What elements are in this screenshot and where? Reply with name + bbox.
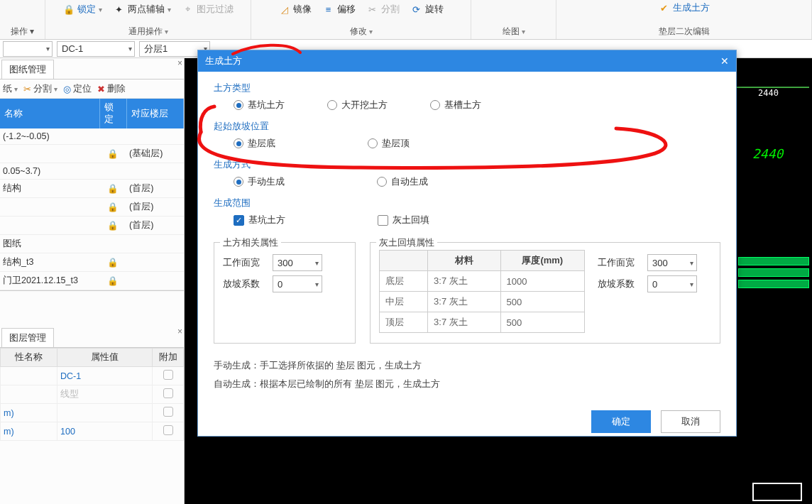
left-panel: × 图纸管理 纸▾ ✂分割▾ ◎定位 ✖删除 名称 锁定 对应楼层 (-1.2~… [0,58,185,504]
drawing-name: (-1.2~-0.05) [0,128,99,145]
prop-name [1,367,57,385]
table-row[interactable]: 底层3:7 灰土1000 [380,271,585,292]
mat-col-header: 厚度(mm) [500,251,584,271]
table-row[interactable]: 门卫2021.12.15_t3🔒 [0,272,184,290]
lock-icon: 🔒 [63,4,75,15]
bf-workface-input[interactable]: 300 [647,254,697,271]
scissors-icon: ✂ [23,84,31,94]
floor-cell: (首层) [126,217,184,235]
mat-cell: 3:7 灰土 [428,312,500,333]
ok-button[interactable]: 确定 [591,410,651,433]
table-row[interactable]: m) [1,404,184,422]
dialog-close-button[interactable]: ✕ [720,55,729,67]
cancel-button[interactable]: 取消 [661,410,720,433]
generate-earthwork-button[interactable]: ✔ 生成土方 [659,1,710,14]
drawing-name [0,145,99,163]
prop-name: m) [1,422,57,441]
prop-value[interactable]: 100 [57,422,153,441]
table-row[interactable]: m)100 [1,422,184,441]
col-name: 名称 [0,99,99,128]
chevron-down-icon: ▾ [168,6,171,13]
two-point-axis-button[interactable]: ✦ 两点辅轴 ▾ [111,1,174,17]
generate-earthwork-dialog: 生成土方 ✕ 土方类型 基坑土方大开挖土方基槽土方 起始放坡位置 垫层底垫层顶 … [197,50,737,437]
radio-option[interactable]: 基槽土方 [430,99,481,111]
combo-dc[interactable]: DC-1 [57,41,135,57]
common-ops-group-label[interactable]: 通用操作▾ [128,26,168,39]
tab-layers[interactable]: 图层管理 [1,328,54,347]
dialog-titlebar[interactable]: 生成土方 ✕ [198,50,736,72]
checkbox-option[interactable]: 灰土回填 [378,214,429,226]
close-icon[interactable]: × [177,58,182,68]
axis-icon: ✦ [114,4,125,15]
radio-option[interactable]: 垫层底 [234,137,275,150]
table-row[interactable]: 🔒(首层) [0,217,184,235]
drawings-panel: × 图纸管理 纸▾ ✂分割▾ ◎定位 ✖删除 名称 锁定 对应楼层 (-1.2~… [0,58,184,291]
layer-panel: × 图层管理 性名称 属性值 附加 DC-1线型m)m)100 [0,327,184,441]
checkbox-option[interactable]: 基坑土方 [234,214,285,226]
tab-drawings[interactable]: 图纸管理 [1,60,54,79]
radio-label: 垫层顶 [382,137,410,150]
rotate-button[interactable]: ⟳ 旋转 [408,1,446,17]
prop-value[interactable] [57,404,153,422]
table-row[interactable]: 中层3:7 灰土500 [380,292,585,312]
table-row[interactable]: 结构_t3🔒 [0,253,184,272]
rotate-icon: ⟳ [411,4,422,15]
table-row[interactable]: (-1.2~-0.05) [0,128,184,145]
radio-dot [234,138,243,148]
chevron-down-icon: ▾ [99,6,102,13]
lock-button[interactable]: 🔒 锁定 ▾ [60,1,105,17]
table-row[interactable]: 顶层3:7 灰土500 [380,312,585,333]
prop-extra[interactable] [153,385,184,404]
radio-dot [234,100,243,110]
table-row[interactable]: 🔒(基础层) [0,145,184,163]
radio-option[interactable]: 手动生成 [234,175,285,188]
split-drawing-button[interactable]: ✂分割▾ [23,82,57,95]
radio-option[interactable]: 自动生成 [377,175,428,188]
section-generation-mode: 生成方式 [214,158,720,171]
slope-coef-input[interactable]: 0 [273,275,322,292]
col-prop-extra: 附加 [153,349,184,367]
trash-icon: ✖ [97,84,105,94]
col-prop-name: 性名称 [1,349,57,367]
drawing-name [0,217,99,235]
prop-extra[interactable] [153,367,184,385]
bf-slope-coef-input[interactable]: 0 [647,275,697,292]
property-table: 性名称 属性值 附加 DC-1线型m)m)100 [0,348,184,441]
floor-cell: (首层) [126,180,184,198]
mirror-button[interactable]: ◿ 镜像 [276,1,314,17]
radio-dot [368,138,378,148]
radio-option[interactable]: 基坑土方 [234,99,285,111]
locate-button[interactable]: ◎定位 [63,82,92,95]
table-row[interactable]: 0.05~3.7) [0,163,184,180]
close-icon[interactable]: × [177,327,182,336]
offset-button[interactable]: ≡ 偏移 [320,1,358,17]
floor-cell [126,253,184,272]
bed-edit-label[interactable]: 垫层二次编辑 [659,26,710,39]
prop-extra[interactable] [153,422,184,441]
draw-group-label[interactable]: 绘图▾ [503,26,525,39]
split-button[interactable]: ✂ 分割 [364,1,402,17]
checkbox [378,215,388,226]
delete-button[interactable]: ✖删除 [97,82,126,95]
mat-cell: 1000 [500,271,584,292]
drawing-name: 门卫2021.12.15_t3 [0,272,99,290]
combo-empty[interactable] [3,41,53,57]
group-ops-dropdown[interactable]: 操作 ▾ [11,26,34,39]
prop-value[interactable]: DC-1 [57,367,153,385]
filter-button[interactable]: ⌖ 图元过滤 [180,1,236,17]
radio-option[interactable]: 垫层顶 [368,137,410,150]
table-row[interactable]: 🔒(首层) [0,198,184,217]
prop-value[interactable]: 线型 [57,385,153,404]
workface-input[interactable]: 300 [273,254,322,271]
table-row[interactable]: 线型 [1,385,184,404]
floor-cell: (基础层) [126,145,184,163]
col-floor: 对应楼层 [126,99,184,128]
modify-group-label[interactable]: 修改▾ [350,26,373,39]
radio-option[interactable]: 大开挖土方 [327,99,388,111]
table-row[interactable]: DC-1 [1,367,184,385]
table-row[interactable]: 结构🔒(首层) [0,180,184,198]
table-row[interactable]: 图纸 [0,235,184,253]
prop-extra[interactable] [153,404,184,422]
drawings-toolbar: 纸▾ ✂分割▾ ◎定位 ✖删除 [0,80,184,99]
paper-button[interactable]: 纸▾ [3,82,18,95]
